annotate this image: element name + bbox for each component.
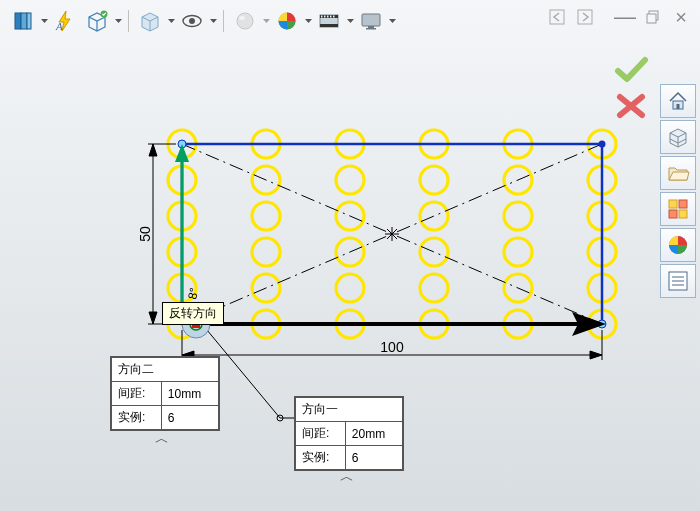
dir1-count-label: 实例: [296, 446, 346, 470]
tooltip-reverse-direction: 反转方向 [162, 302, 224, 325]
property-box-dir2[interactable]: 方向二 间距:10mm 实例:6 [110, 356, 220, 431]
dir2-collapse-chevron[interactable]: ︿ [155, 430, 169, 448]
dir2-count-label: 实例: [112, 406, 162, 430]
svg-point-55 [252, 238, 280, 266]
svg-point-49 [252, 202, 280, 230]
svg-point-45 [420, 166, 448, 194]
dir1-spacing-label: 间距: [296, 422, 346, 446]
property-box-dir1[interactable]: 方向一 间距:20mm 实例:6 [294, 396, 404, 471]
dir2-spacing-value[interactable]: 10mm [161, 382, 218, 406]
svg-point-51 [420, 202, 448, 230]
angle-label: 8° [185, 286, 201, 300]
svg-marker-97 [149, 312, 157, 324]
dir1-spacing-value[interactable]: 20mm [345, 422, 402, 446]
svg-marker-92 [590, 351, 602, 359]
dim-h-value: 100 [380, 339, 404, 355]
svg-point-44 [336, 166, 364, 194]
svg-point-58 [504, 238, 532, 266]
dir2-title: 方向二 [112, 358, 219, 382]
svg-point-57 [420, 238, 448, 266]
svg-marker-96 [149, 144, 157, 156]
svg-point-62 [336, 274, 364, 302]
svg-point-79 [599, 141, 606, 148]
svg-point-52 [504, 202, 532, 230]
dir2-count-value[interactable]: 6 [161, 406, 218, 430]
direction-1-arrow[interactable] [182, 312, 606, 336]
dir2-spacing-label: 间距: [112, 382, 162, 406]
svg-point-63 [420, 274, 448, 302]
dir1-title: 方向一 [296, 398, 403, 422]
svg-marker-82 [175, 144, 189, 162]
dir1-count-value[interactable]: 6 [345, 446, 402, 470]
center-mark [385, 227, 399, 241]
dim-v-value: 50 [137, 226, 153, 242]
